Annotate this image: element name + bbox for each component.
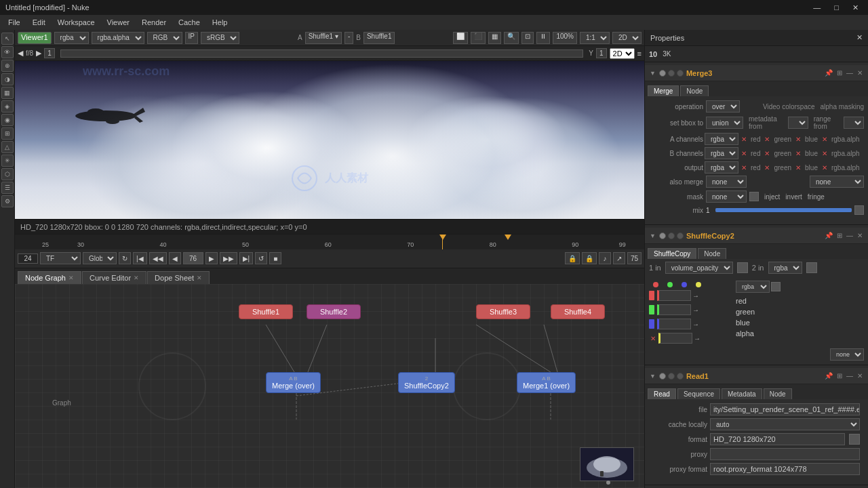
prev-keyframe-btn[interactable]: ◀◀ [149, 252, 167, 264]
last-frame-btn[interactable]: ▶| [239, 252, 254, 264]
sc2-output-select[interactable]: rgba [736, 281, 770, 293]
minimize-button[interactable]: — [809, 2, 825, 14]
play-forward-btn[interactable]: ▶▶ [220, 252, 237, 264]
tool-3d[interactable]: △ [1, 141, 14, 153]
sc2-a-cell[interactable] [658, 333, 692, 344]
merge3-collapse-btn[interactable]: — [845, 69, 854, 77]
merge3-pin-btn[interactable]: 📌 [823, 69, 834, 77]
sc2-r-cell[interactable] [657, 290, 691, 301]
menu-viewer[interactable]: Viewer [102, 17, 135, 28]
node-graph-canvas[interactable]: Shuffle1 Shuffle2 Shuffle3 Shuffle4 A B [15, 284, 644, 488]
tool-deep[interactable]: ⬡ [1, 168, 14, 180]
tool-settings[interactable]: ⚙ [1, 195, 14, 207]
node-shuffle3[interactable]: Shuffle3 [476, 304, 530, 319]
sc2-none-select[interactable]: none [830, 348, 864, 361]
sc2-in1-select[interactable]: volume_opacity [665, 262, 733, 274]
sc2-g-cell[interactable] [657, 304, 691, 315]
out-red-x[interactable]: ✕ [740, 164, 748, 171]
sc2-tab-shufflecopy[interactable]: ShuffleCopy [648, 248, 696, 259]
menu-edit[interactable]: Edit [27, 17, 51, 28]
node-shuffle2[interactable]: Shuffle2 [307, 304, 361, 319]
b-blue-x[interactable]: ✕ [794, 150, 802, 157]
prev-frame-btn2[interactable]: ◀ [169, 252, 181, 264]
frame-slider[interactable] [60, 49, 584, 58]
menu-cache[interactable]: Cache [173, 17, 205, 28]
play-btn[interactable]: ▶ [205, 252, 218, 264]
sc2-expand-btn[interactable]: ⊞ [835, 232, 844, 239]
range-mode-select[interactable]: TF [40, 252, 81, 264]
sc2-out-btn[interactable] [771, 282, 781, 291]
merge3-close-btn[interactable]: ✕ [856, 69, 864, 77]
operation-select[interactable]: over [706, 100, 740, 113]
close-button[interactable]: ✕ [848, 2, 863, 14]
a-green-x[interactable]: ✕ [763, 136, 771, 143]
lock-btn[interactable]: 🔒 [565, 252, 580, 264]
panel-3k-btn[interactable]: 3K [660, 50, 673, 58]
read1-tab-sequence[interactable]: Sequence [677, 388, 720, 399]
loop-type-btn[interactable]: ↺ [255, 252, 267, 264]
read1-tab-read[interactable]: Read [648, 388, 676, 399]
sc2-close-btn[interactable]: ✕ [856, 232, 864, 239]
node-merge2[interactable]: A B Merge1 (over) [517, 372, 576, 393]
tool-keyer[interactable]: ◈ [1, 100, 14, 113]
roi-btn[interactable]: ⬜ [453, 32, 468, 44]
menu-render[interactable]: Render [136, 17, 172, 28]
format-btn[interactable] [849, 434, 860, 445]
stop-btn[interactable]: ■ [269, 252, 281, 264]
zoom-level[interactable]: 100% [553, 32, 577, 44]
out-blue-x[interactable]: ✕ [794, 164, 802, 171]
read1-tab-node[interactable]: Node [764, 388, 792, 399]
metadata-select[interactable]: B [788, 117, 808, 129]
mix-slider[interactable] [715, 208, 852, 212]
tool-select[interactable]: ↖ [1, 33, 14, 45]
sc2-tab-node[interactable]: Node [698, 248, 726, 259]
export-btn[interactable]: ↗ [613, 252, 625, 264]
first-frame-btn[interactable]: |◀ [133, 252, 147, 264]
merge3-tab-node[interactable]: Node [680, 85, 709, 96]
lock2-btn[interactable]: 🔒 [582, 252, 597, 264]
fit-btn[interactable]: ⊡ [521, 32, 534, 44]
audio-btn[interactable]: ♪ [599, 252, 611, 264]
tool-merge[interactable]: ◉ [1, 114, 14, 126]
out-alpha-x[interactable]: ✕ [821, 164, 829, 171]
properties-settings-btn[interactable]: ✕ [856, 33, 863, 42]
also-merge-select1[interactable]: none [706, 176, 747, 188]
sc2-a-x[interactable]: ✕ [649, 335, 657, 342]
mask-btn[interactable] [749, 192, 759, 201]
read1-expand-btn[interactable]: ⊞ [835, 372, 844, 380]
output-select[interactable]: rgba [705, 161, 738, 174]
shuffle-a-select[interactable]: Shuffle1 ▾ [305, 32, 342, 44]
read1-expand[interactable] [649, 373, 656, 380]
next-frame-btn[interactable]: ▶ [36, 49, 41, 58]
read1-close-btn[interactable]: ✕ [856, 372, 864, 380]
channels-btn[interactable]: ▦ [488, 32, 501, 44]
tool-transform2[interactable]: ⊞ [1, 127, 14, 140]
mask-select[interactable]: none [706, 190, 747, 203]
pause-btn[interactable]: ⏸ [536, 32, 550, 44]
tool-color[interactable]: ◑ [1, 73, 14, 85]
colorspace-select[interactable]: RGB [147, 32, 182, 44]
b-green-x[interactable]: ✕ [763, 150, 771, 157]
out-green-x[interactable]: ✕ [763, 164, 771, 171]
tab-dope-sheet[interactable]: Dope Sheet ✕ [147, 271, 210, 284]
sc2-in2-select[interactable]: rgba [768, 262, 802, 274]
tool-transform[interactable]: ⊕ [1, 60, 14, 72]
global-select[interactable]: Global [83, 252, 117, 264]
prev-frame-btn[interactable]: ◀ [18, 49, 23, 58]
tool-filter[interactable]: ▦ [1, 87, 14, 99]
tab-curve-editor-close[interactable]: ✕ [134, 274, 139, 281]
display-mode[interactable]: 2D [610, 48, 635, 59]
node-shuffle4[interactable]: Shuffle4 [551, 304, 605, 319]
shuffle-a-dash[interactable]: - [344, 32, 353, 44]
a-blue-x[interactable]: ✕ [794, 136, 802, 143]
b-channels-select[interactable]: rgba [705, 147, 738, 159]
channel-a-select[interactable]: rgba [54, 32, 89, 44]
loop-btn[interactable]: ↻ [119, 252, 131, 264]
view-settings-btn[interactable]: ≡ [637, 49, 642, 58]
merge3-expand-btn[interactable]: ⊞ [835, 69, 844, 77]
node-merge1[interactable]: A B Merge (over) [266, 372, 321, 393]
menu-help[interactable]: Help [207, 17, 233, 28]
a-red-x[interactable]: ✕ [740, 136, 748, 143]
read1-pin-btn[interactable]: 📌 [823, 372, 834, 380]
channel-b-select[interactable]: rgba.alpha [92, 32, 144, 44]
